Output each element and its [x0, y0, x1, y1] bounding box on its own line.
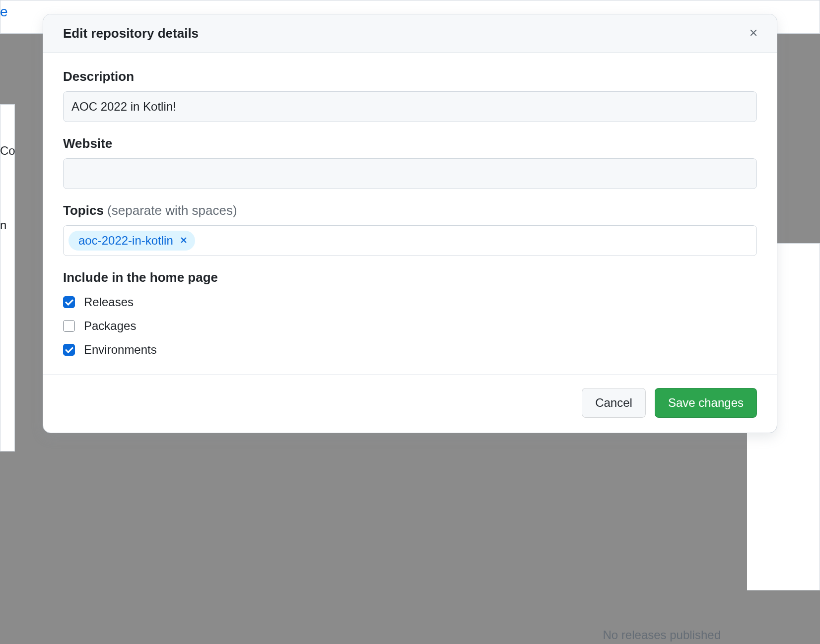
topics-field-group: Topics (separate with spaces) aoc-2022-i…	[63, 203, 757, 256]
checkbox-row-packages: Packages	[63, 319, 757, 333]
modal-footer: Cancel Save changes	[43, 375, 777, 433]
topics-input-container[interactable]: aoc-2022-in-kotlin	[63, 225, 757, 256]
website-field-group: Website	[63, 136, 757, 189]
topic-pill: aoc-2022-in-kotlin	[68, 231, 195, 251]
include-section: Include in the home page Releases Packag…	[63, 270, 757, 357]
modal-overlay: Edit repository details Description Webs…	[0, 0, 820, 644]
modal-header: Edit repository details	[43, 14, 777, 53]
releases-checkbox[interactable]	[63, 296, 75, 308]
description-label: Description	[63, 69, 757, 84]
checkbox-row-environments: Environments	[63, 343, 757, 357]
packages-checkbox[interactable]	[63, 320, 75, 332]
checkbox-row-releases: Releases	[63, 295, 757, 309]
topics-label-text: Topics	[63, 203, 104, 218]
save-changes-button[interactable]: Save changes	[655, 388, 757, 418]
packages-checkbox-label[interactable]: Packages	[84, 319, 136, 333]
close-icon	[179, 236, 188, 246]
topic-pill-label: aoc-2022-in-kotlin	[78, 234, 173, 248]
releases-checkbox-label[interactable]: Releases	[84, 295, 134, 309]
topics-hint: (separate with spaces)	[107, 203, 237, 218]
modal-body: Description Website Topics (separate wit…	[43, 53, 777, 375]
description-input[interactable]	[63, 91, 757, 122]
cancel-button[interactable]: Cancel	[582, 388, 646, 418]
description-field-group: Description	[63, 69, 757, 122]
close-icon	[748, 27, 759, 40]
include-heading: Include in the home page	[63, 270, 757, 285]
website-label: Website	[63, 136, 757, 151]
environments-checkbox-label[interactable]: Environments	[84, 343, 157, 357]
modal-title: Edit repository details	[63, 26, 199, 41]
edit-repository-modal: Edit repository details Description Webs…	[43, 14, 777, 433]
environments-checkbox[interactable]	[63, 344, 75, 356]
close-button[interactable]	[746, 25, 761, 42]
topic-remove-button[interactable]	[179, 236, 188, 246]
website-input[interactable]	[63, 158, 757, 189]
topics-label: Topics (separate with spaces)	[63, 203, 757, 218]
